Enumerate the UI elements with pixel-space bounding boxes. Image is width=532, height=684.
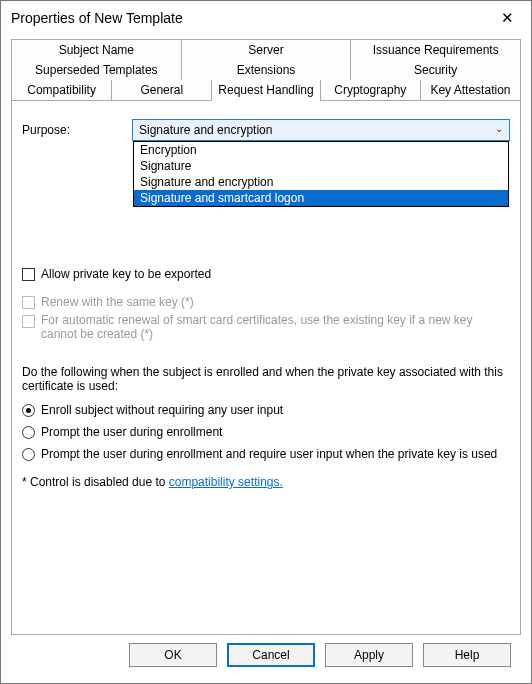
enroll-radio-no-input[interactable]	[22, 404, 35, 417]
tab-key-attestation[interactable]: Key Attestation	[421, 80, 521, 100]
cancel-button[interactable]: Cancel	[227, 643, 315, 667]
tab-extensions[interactable]: Extensions	[182, 60, 352, 80]
dialog-window: Properties of New Template ✕ Subject Nam…	[0, 0, 532, 684]
enroll-radio-prompt-label: Prompt the user during enrollment	[41, 425, 222, 439]
tab-strip: Subject Name Server Issuance Requirement…	[11, 39, 521, 101]
renew-same-label: Renew with the same key (*)	[41, 295, 194, 309]
enroll-radio-no-input-label: Enroll subject without requiring any use…	[41, 403, 283, 417]
purpose-selected: Signature and encryption	[139, 123, 272, 137]
tab-security[interactable]: Security	[351, 60, 521, 80]
chevron-down-icon: ⌄	[495, 123, 503, 134]
tab-issuance-requirements[interactable]: Issuance Requirements	[351, 39, 521, 60]
tab-compatibility[interactable]: Compatibility	[11, 80, 112, 100]
enroll-intro: Do the following when the subject is enr…	[22, 365, 510, 393]
enroll-radio-prompt-require[interactable]	[22, 448, 35, 461]
tab-subject-name[interactable]: Subject Name	[11, 39, 182, 60]
auto-renew-label: For automatic renewal of smart card cert…	[41, 313, 510, 341]
window-title: Properties of New Template	[11, 10, 491, 26]
purpose-option[interactable]: Signature and smartcard logon	[134, 190, 508, 206]
ok-button[interactable]: OK	[129, 643, 217, 667]
renew-same-checkbox	[22, 296, 35, 309]
tab-cryptography[interactable]: Cryptography	[321, 80, 421, 100]
help-button[interactable]: Help	[423, 643, 511, 667]
enroll-radio-prompt[interactable]	[22, 426, 35, 439]
allow-export-checkbox[interactable]	[22, 268, 35, 281]
auto-renew-checkbox	[22, 315, 35, 328]
tab-pane: Purpose: Signature and encryption ⌄ Encr…	[11, 101, 521, 635]
allow-export-label: Allow private key to be exported	[41, 267, 211, 281]
tab-request-handling[interactable]: Request Handling	[212, 80, 320, 100]
content-area: Subject Name Server Issuance Requirement…	[1, 35, 531, 683]
tab-server[interactable]: Server	[182, 39, 352, 60]
titlebar: Properties of New Template ✕	[1, 1, 531, 35]
enroll-radio-prompt-require-label: Prompt the user during enrollment and re…	[41, 447, 497, 461]
purpose-option[interactable]: Encryption	[134, 142, 508, 158]
purpose-combo[interactable]: Signature and encryption ⌄ Encryption Si…	[132, 119, 510, 141]
enroll-radio-group: Enroll subject without requiring any use…	[22, 403, 510, 461]
footnote-prefix: * Control is disabled due to	[22, 475, 169, 489]
purpose-label: Purpose:	[22, 123, 92, 137]
tab-general[interactable]: General	[112, 80, 212, 100]
compatibility-settings-link[interactable]: compatibility settings.	[169, 475, 283, 489]
button-bar: OK Cancel Apply Help	[11, 635, 521, 675]
purpose-option[interactable]: Signature	[134, 158, 508, 174]
apply-button[interactable]: Apply	[325, 643, 413, 667]
footnote: * Control is disabled due to compatibili…	[22, 475, 510, 489]
purpose-option[interactable]: Signature and encryption	[134, 174, 508, 190]
purpose-dropdown: Encryption Signature Signature and encry…	[133, 141, 509, 207]
tab-superseded-templates[interactable]: Superseded Templates	[11, 60, 182, 80]
close-icon[interactable]: ✕	[491, 9, 523, 27]
